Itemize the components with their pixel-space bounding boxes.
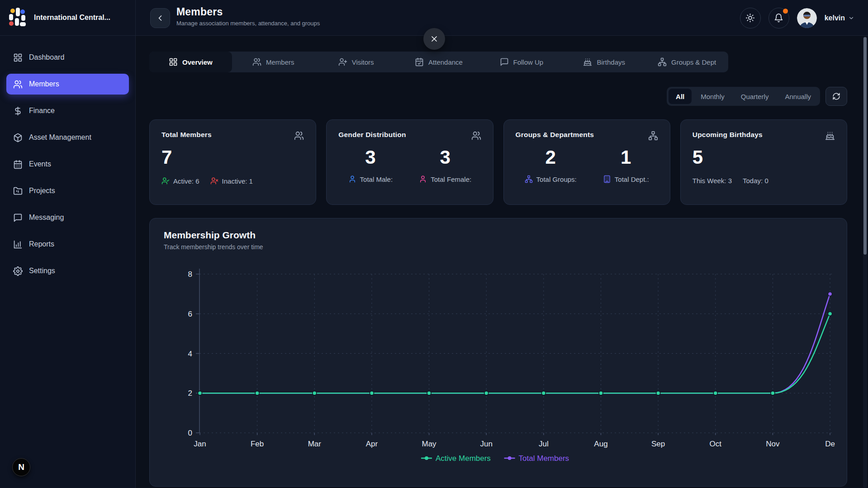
refresh-button[interactable] — [825, 87, 847, 106]
sidebar-item-label: Members — [29, 80, 59, 88]
svg-text:Jan: Jan — [194, 440, 206, 448]
nextjs-dev-badge[interactable]: N — [12, 458, 30, 476]
card-stat-label: Inactive: 1 — [222, 177, 253, 185]
topbar: Members Manage association members, atte… — [136, 0, 868, 36]
card-stat-label: This Week: 3 — [693, 177, 732, 185]
sidebar-item-dashboard[interactable]: Dashboard — [6, 47, 129, 68]
folder-icon — [13, 186, 23, 196]
svg-text:4: 4 — [188, 350, 192, 358]
tab-label: Attendance — [428, 58, 463, 66]
card-value: 2 — [545, 148, 556, 167]
brand[interactable]: International Central... — [0, 0, 135, 36]
tab-overview[interactable]: Overview — [149, 52, 232, 72]
dollar-icon — [13, 106, 23, 116]
calendar-check-icon — [415, 57, 424, 66]
time-filter: All Monthly Quarterly Annually — [667, 87, 820, 106]
filter-quarterly[interactable]: Quarterly — [734, 89, 776, 104]
cake-icon — [583, 57, 592, 66]
card-stat: Total Groups: — [525, 175, 577, 183]
user-icon — [348, 175, 356, 183]
svg-text:Active Members: Active Members — [436, 454, 491, 463]
sidebar-item-label: Events — [29, 160, 51, 168]
card-value: 5 — [693, 148, 835, 167]
user-check-icon — [161, 177, 170, 185]
filter-monthly[interactable]: Monthly — [693, 89, 732, 104]
svg-text:Aug: Aug — [594, 440, 607, 448]
main-content: Overview Members Visitors Attendance Fol… — [136, 36, 868, 488]
sidebar-item-events[interactable]: Events — [6, 154, 129, 175]
tab-attendance[interactable]: Attendance — [398, 52, 480, 72]
svg-text:Apr: Apr — [366, 440, 378, 448]
svg-text:Mar: Mar — [308, 440, 322, 448]
bar-chart-icon — [13, 240, 23, 249]
card-title: Gender Distribution — [338, 131, 406, 139]
avatar-image — [797, 8, 817, 28]
tab-groups-dept[interactable]: Groups & Dept — [645, 52, 728, 72]
building-icon — [603, 175, 611, 183]
users-icon — [471, 131, 481, 141]
user-menu[interactable]: kelvin — [825, 14, 854, 22]
card-stat: This Week: 3 — [693, 177, 732, 185]
sidebar-item-reports[interactable]: Reports — [6, 234, 129, 255]
card-upcoming-birthdays: Upcoming Birthdays 5 This Week: 3 Today:… — [680, 119, 847, 205]
card-stat: Total Male: — [348, 175, 393, 183]
card-stat: Total Dept.: — [603, 175, 649, 183]
card-stat: Today: 0 — [743, 177, 768, 185]
scrollbar-thumb[interactable] — [863, 37, 867, 255]
card-stat-label: Total Female: — [431, 175, 471, 183]
filter-annually[interactable]: Annually — [778, 89, 818, 104]
user-icon — [419, 175, 427, 183]
notifications-button[interactable] — [768, 8, 789, 28]
sidebar-item-projects[interactable]: Projects — [6, 180, 129, 201]
user-name: kelvin — [825, 14, 845, 22]
calendar-icon — [13, 160, 23, 169]
card-value: 3 — [365, 148, 375, 167]
bell-icon — [774, 13, 783, 23]
close-icon — [430, 34, 439, 43]
sidebar-item-finance[interactable]: Finance — [6, 100, 129, 121]
card-total-members: Total Members 7 Active: 6 Inactive: 1 — [149, 119, 316, 205]
card-stat-label: Active: 6 — [173, 177, 199, 185]
sidebar-item-asset-management[interactable]: Asset Management — [6, 127, 129, 148]
card-gender-distribution: Gender Distribution 3 Total Male: 3 — [326, 119, 493, 205]
card-stat-label: Today: 0 — [743, 177, 768, 185]
card-value: 7 — [161, 148, 304, 167]
tab-follow-up[interactable]: Follow Up — [480, 52, 563, 72]
close-button[interactable] — [423, 28, 445, 50]
sidebar-item-members[interactable]: Members — [6, 74, 129, 95]
card-value: 3 — [440, 148, 450, 167]
membership-growth-chart: 02468JanFebMarAprMayJunJulAugSepOctNovDe… — [150, 218, 847, 486]
avatar[interactable] — [797, 8, 817, 28]
tab-members[interactable]: Members — [232, 52, 315, 72]
user-x-icon — [210, 177, 218, 185]
tab-birthdays[interactable]: Birthdays — [563, 52, 645, 72]
users-icon — [13, 80, 23, 89]
theme-toggle-button[interactable] — [740, 8, 761, 28]
sidebar: International Central... Dashboard Membe… — [0, 0, 136, 488]
card-stat-label: Total Male: — [360, 175, 393, 183]
sidebar-item-messaging[interactable]: Messaging — [6, 207, 129, 228]
filter-all[interactable]: All — [669, 89, 692, 104]
tab-label: Groups & Dept — [671, 58, 716, 66]
svg-text:2: 2 — [188, 389, 192, 398]
tab-label: Members — [266, 58, 294, 66]
back-button[interactable] — [150, 8, 170, 28]
chevron-down-icon — [848, 15, 854, 21]
app-root: International Central... Dashboard Membe… — [0, 0, 868, 488]
svg-text:May: May — [422, 440, 436, 448]
card-stat-label: Total Dept.: — [615, 175, 649, 183]
dashboard-icon — [169, 57, 178, 66]
network-icon — [648, 131, 658, 141]
sidebar-item-label: Reports — [29, 240, 54, 248]
user-plus-icon — [338, 57, 347, 66]
sidebar-item-label: Finance — [29, 107, 55, 115]
svg-text:Jun: Jun — [480, 440, 492, 448]
svg-text:De: De — [825, 440, 835, 448]
sun-icon — [745, 13, 755, 23]
card-title: Total Members — [161, 131, 212, 139]
tab-visitors[interactable]: Visitors — [315, 52, 398, 72]
svg-text:8: 8 — [188, 270, 192, 279]
tab-label: Follow Up — [513, 58, 544, 66]
card-stat: Active: 6 — [161, 177, 199, 185]
sidebar-item-settings[interactable]: Settings — [6, 261, 129, 281]
